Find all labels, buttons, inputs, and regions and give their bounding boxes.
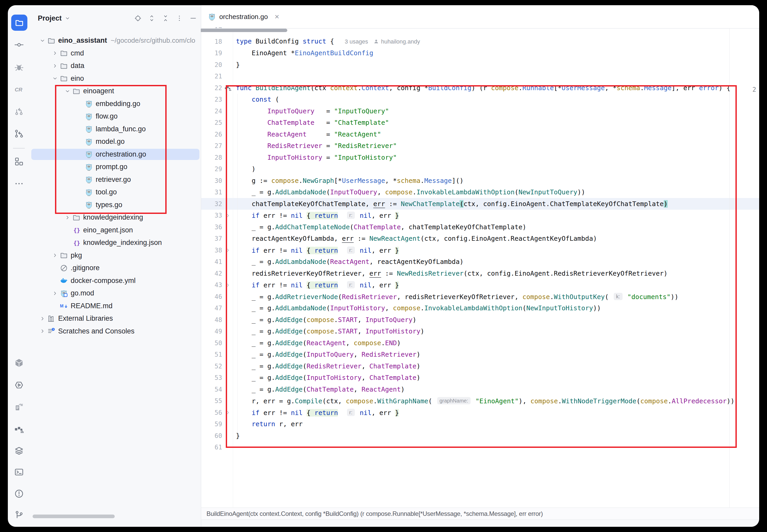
activity-bar-item-package-cube[interactable] (8, 356, 30, 370)
tree-item-einoagent[interactable]: einoagent (30, 85, 201, 97)
code-line-25[interactable]: 25 ChatTemplate = "ChatTemplate" (201, 117, 759, 129)
code-line-19[interactable]: 19 EinoAgent *EinoAgentBuildConfig (201, 47, 759, 59)
tree-item--gitignore[interactable]: .gitignore (30, 262, 201, 274)
fold-collapsed-icon[interactable] (222, 283, 233, 287)
activity-bar-item-coverage-doc[interactable] (8, 400, 30, 414)
tree-item-eino-assistant[interactable]: eino_assistant~/gocode/src/github.com/cl… (30, 34, 201, 47)
line-number: 32 (201, 200, 222, 208)
chevron-right-icon[interactable] (52, 253, 58, 258)
activity-bar-item-git-fork[interactable] (8, 126, 30, 141)
code-line-59[interactable]: 59 return r, err (201, 418, 759, 430)
tree-item-prompt-go[interactable]: prompt.go (30, 160, 201, 173)
tree-item-scratches-and-consoles[interactable]: Scratches and Consoles (30, 325, 201, 338)
graph-gutter-icon[interactable] (222, 85, 233, 91)
tree-item-lambda-func-go[interactable]: lambda_func.go (30, 123, 201, 135)
tree-item-eino-agent-json[interactable]: {}eino_agent.json (30, 224, 201, 237)
activity-bar-item-more-dots[interactable] (8, 176, 30, 191)
code-line-47[interactable]: 47 _ = g.AddLambdaNode(InputToHistory, c… (201, 302, 759, 314)
activity-bar-item-terminal[interactable] (8, 465, 30, 479)
code-line-37[interactable]: 37 reactAgentKeyOfLambda, err := NewReac… (201, 233, 759, 245)
code-line-60[interactable]: 60} (201, 430, 759, 442)
tree-item-retriever-go[interactable]: retriever.go (30, 173, 201, 186)
activity-bar-item-debug-bug[interactable] (8, 60, 30, 75)
code-line-61[interactable]: 61 (201, 442, 759, 453)
tab-close-icon[interactable]: × (274, 13, 279, 21)
tree-item-orchestration-go[interactable]: orchestration.go (30, 148, 201, 161)
folder-file-icon (60, 251, 68, 259)
code-line-55[interactable]: 55 r, err = g.Compile(ctx, compose.WithG… (201, 395, 759, 407)
code-line-38[interactable]: 38 if err != nil { return r: nil, err } (201, 245, 759, 256)
tree-item-model-go[interactable]: model.go (30, 135, 201, 148)
code-line-21[interactable]: 21 (201, 71, 759, 82)
tree-item-readme-md[interactable]: MREADME.md (30, 300, 201, 312)
fold-collapsed-icon[interactable] (222, 248, 233, 252)
tree-item-go-mod[interactable]: go.mod (30, 287, 201, 300)
activity-bar-item-project-folder[interactable] (11, 15, 27, 31)
activity-bar-item-services-layers[interactable] (8, 443, 30, 458)
code-line-46[interactable]: 46 _ = g.AddRetrieverNode(RedisRetriever… (201, 291, 759, 303)
chevron-down-icon[interactable] (39, 38, 46, 43)
activity-bar-item-flow-graph[interactable] (8, 422, 30, 436)
code-line-52[interactable]: 52 _ = g.AddEdge(RedisRetriever, ChatTem… (201, 361, 759, 372)
activity-bar-item-code-review[interactable]: CR (8, 82, 30, 97)
code-line-36[interactable]: 36 _ = g.AddChatTemplateNode(ChatTemplat… (201, 221, 759, 233)
activity-bar-item-commit[interactable] (8, 38, 30, 52)
code-line-33[interactable]: 33 if err != nil { return r: nil, err } (201, 210, 759, 221)
code-line-56[interactable]: 56 if err != nil { return r: nil, err } (201, 407, 759, 419)
tree-item-external-libraries[interactable]: External Libraries (30, 312, 201, 325)
code-line-42[interactable]: 42 redisRetrieverKeyOfRetriever, err := … (201, 268, 759, 280)
tree-item-types-go[interactable]: types.go (30, 199, 201, 211)
tree-item-knowledgeindexing[interactable]: knowledgeindexing (30, 211, 201, 224)
chevron-right-icon[interactable] (39, 329, 46, 334)
code-line-29[interactable]: 29 ) (201, 163, 759, 175)
code-line-23[interactable]: 23 const ( (201, 94, 759, 106)
editor-horizontal-scrollbar[interactable] (201, 29, 287, 32)
fold-collapsed-icon[interactable] (222, 213, 233, 218)
activity-bar-item-run-hexagon[interactable] (8, 378, 30, 392)
project-panel-horizontal-scrollbar[interactable] (33, 515, 115, 518)
tree-item-eino[interactable]: eino (30, 72, 201, 85)
tree-item-data[interactable]: data (30, 59, 201, 72)
tree-item-label: eino_assistant (58, 36, 107, 45)
code-line-30[interactable]: 30 g := compose.NewGraph[*UserMessage, *… (201, 175, 759, 187)
chevron-right-icon[interactable] (52, 63, 58, 69)
code-line-43[interactable]: 43 if err != nil { return r: nil, err } (201, 279, 759, 291)
code-line-20[interactable]: 20} (201, 59, 759, 71)
code-line-18[interactable]: 18type BuildConfig struct { 3 usageshuha… (201, 36, 759, 48)
tree-item-pkg[interactable]: pkg (30, 249, 201, 262)
tree-item-knowledge-indexing-json[interactable]: {}knowledge_indexing.json (30, 236, 201, 249)
fold-collapsed-icon[interactable] (222, 410, 233, 415)
chevron-right-icon[interactable] (39, 316, 46, 321)
code-line-22[interactable]: 22func BuildEinoAgent(ctx context.Contex… (201, 82, 759, 94)
tree-item-embedding-go[interactable]: embedding.go (30, 97, 201, 110)
chevron-right-icon[interactable] (52, 51, 58, 56)
line-number: 43 (201, 281, 222, 289)
code-line-51[interactable]: 51 _ = g.AddEdge(InputToQuery, RedisRetr… (201, 349, 759, 361)
code-line-50[interactable]: 50 _ = g.AddEdge(ReactAgent, compose.END… (201, 337, 759, 349)
activity-bar-item-problems[interactable] (8, 486, 30, 501)
activity-bar-item-version-control-branch[interactable] (8, 508, 30, 522)
code-line-27[interactable]: 27 RedisRetriever = "RedisRetriever" (201, 140, 759, 152)
tree-item-cmd[interactable]: cmd (30, 47, 201, 60)
code-line-31[interactable]: 31 _ = g.AddLambdaNode(InputToQuery, com… (201, 187, 759, 198)
chevron-right-icon[interactable] (52, 291, 58, 296)
code-line-32[interactable]: 32 chatTemplateKeyOfChatTemplate, err :=… (201, 198, 759, 210)
code-line-41[interactable]: 41 _ = g.AddLambdaNode(ReactAgent, react… (201, 256, 759, 268)
editor-tab-orchestration[interactable]: orchestration.go × (201, 5, 279, 28)
chevron-down-icon[interactable] (64, 89, 71, 94)
panel-editor-separator[interactable] (201, 5, 201, 527)
tree-item-tool-go[interactable]: tool.go (30, 186, 201, 199)
code-line-24[interactable]: 24 InputToQuery = "InputToQuery" (201, 106, 759, 117)
chevron-down-icon[interactable] (52, 76, 58, 81)
code-line-53[interactable]: 53 _ = g.AddEdge(InputToHistory, ChatTem… (201, 372, 759, 384)
code-line-26[interactable]: 26 ReactAgent = "ReactAgent" (201, 129, 759, 140)
code-line-54[interactable]: 54 _ = g.AddEdge(ChatTemplate, ReactAgen… (201, 384, 759, 395)
code-line-49[interactable]: 49 _ = g.AddEdge(compose.START, InputToH… (201, 326, 759, 337)
activity-bar-item-structure-squares[interactable] (8, 154, 30, 169)
code-line-48[interactable]: 48 _ = g.AddEdge(compose.START, InputToQ… (201, 314, 759, 326)
tree-item-flow-go[interactable]: flow.go (30, 110, 201, 123)
tree-item-docker-compose-yml[interactable]: docker-compose.yml (30, 274, 201, 287)
code-line-28[interactable]: 28 InputToHistory = "InputToHistory" (201, 152, 759, 164)
chevron-right-icon[interactable] (64, 215, 71, 220)
activity-bar-item-pull-request[interactable] (8, 104, 30, 119)
